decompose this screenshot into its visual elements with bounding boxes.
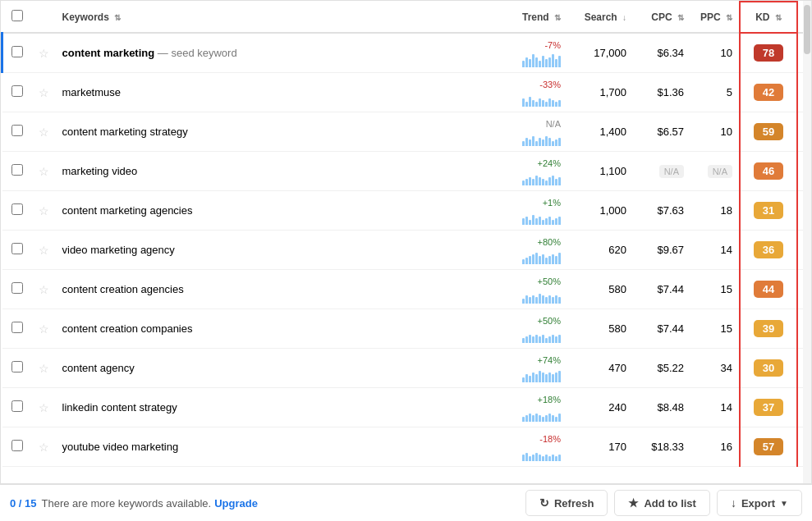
row-checkbox-cell[interactable] (2, 309, 32, 349)
trend-bars (484, 446, 561, 461)
row-star-cell[interactable]: ☆ (32, 427, 56, 467)
star-icon[interactable]: ☆ (39, 244, 49, 257)
select-all-header[interactable] (2, 2, 32, 33)
star-icon[interactable]: ☆ (39, 322, 49, 336)
row-checkbox-cell[interactable] (2, 152, 32, 191)
kd-badge: 46 (754, 162, 783, 180)
row-star-cell[interactable]: ☆ (32, 152, 56, 191)
row-checkbox[interactable] (11, 282, 23, 294)
row-checkbox[interactable] (11, 400, 23, 412)
col-header-search[interactable]: Search ↓ (567, 2, 633, 33)
star-icon[interactable]: ☆ (39, 401, 49, 414)
row-star-cell[interactable]: ☆ (32, 191, 56, 231)
trend-value: +18% (538, 395, 561, 404)
col-header-keywords[interactable]: Keywords ⇅ (56, 2, 478, 33)
search-value: 620 (608, 244, 626, 256)
row-checkbox-cell[interactable] (2, 349, 32, 388)
row-star-cell[interactable]: ☆ (32, 309, 56, 349)
ppc-value: 14 (721, 401, 732, 414)
row-star-cell[interactable]: ☆ (32, 388, 56, 427)
row-star-cell[interactable]: ☆ (32, 73, 56, 112)
trend-value: +50% (538, 316, 561, 326)
refresh-button[interactable]: ↻ Refresh (525, 490, 608, 516)
row-search-cell: 240 (567, 388, 633, 427)
trend-value: N/A (546, 119, 561, 129)
star-icon[interactable]: ☆ (39, 126, 49, 139)
row-search-cell: 1,700 (567, 73, 633, 112)
row-checkbox[interactable] (11, 322, 23, 333)
star-icon[interactable]: ☆ (39, 283, 49, 296)
cpc-value: $7.63 (657, 204, 684, 217)
table-row: ☆ video marketing agency +80% 620 $9.67 … (2, 231, 812, 270)
row-checkbox[interactable] (11, 46, 23, 57)
scrollbar-thumb[interactable] (804, 5, 810, 54)
trend-bars (484, 53, 561, 67)
row-star-cell[interactable]: ☆ (32, 349, 56, 388)
keyword-text: content marketing agencies (62, 204, 193, 217)
add-to-list-button[interactable]: ★ Add to list (614, 490, 710, 516)
row-checkbox[interactable] (11, 440, 23, 451)
row-search-cell: 620 (567, 231, 633, 270)
select-all-checkbox[interactable] (11, 10, 23, 21)
row-star-cell[interactable]: ☆ (32, 270, 56, 309)
row-keyword-cell: content marketing strategy (56, 112, 478, 152)
col-header-ppc[interactable]: PPC ⇅ (690, 2, 740, 33)
row-checkbox-cell[interactable] (2, 270, 32, 309)
trend-value: +24% (538, 158, 561, 168)
row-kd-cell: 44 (740, 270, 797, 309)
keyword-text: marketing video (62, 165, 138, 177)
table-footer: 0 / 15 There are more keywords available… (0, 484, 812, 521)
row-ppc-cell: 16 (690, 427, 740, 467)
trend-value: +50% (538, 276, 561, 286)
row-star-cell[interactable]: ☆ (32, 231, 56, 270)
row-star-cell[interactable]: ☆ (32, 112, 56, 152)
search-value: 170 (608, 441, 626, 453)
keyword-text: youtube video marketing (62, 441, 179, 453)
row-search-cell: 470 (567, 349, 633, 388)
upgrade-link[interactable]: Upgrade (214, 497, 258, 510)
row-checkbox[interactable] (11, 203, 23, 215)
table-header-row: Keywords ⇅ Trend ⇅ Search ↓ CPC ⇅ PPC (2, 2, 812, 33)
col-header-kd[interactable]: KD ⇅ (740, 2, 797, 33)
star-icon[interactable]: ☆ (39, 165, 49, 178)
star-icon[interactable]: ☆ (39, 86, 49, 99)
row-kd-cell: 78 (740, 33, 797, 73)
row-checkbox-cell[interactable] (2, 33, 32, 73)
col-header-trend[interactable]: Trend ⇅ (477, 2, 567, 33)
row-cpc-cell: $7.44 (633, 309, 690, 349)
row-checkbox-cell[interactable] (2, 73, 32, 112)
row-checkbox-cell[interactable] (2, 388, 32, 427)
table-row: ☆ content marketing agencies +1% 1,000 $… (2, 191, 812, 231)
keyword-text: video marketing agency (62, 244, 175, 256)
scrollbar-area[interactable] (803, 1, 811, 483)
export-button[interactable]: ↓ Export ▼ (717, 490, 802, 516)
ppc-value: 15 (721, 283, 732, 295)
row-kd-cell: 57 (740, 427, 797, 467)
ppc-value: 14 (721, 244, 732, 256)
row-star-cell[interactable]: ☆ (32, 33, 56, 73)
row-checkbox[interactable] (11, 125, 23, 136)
row-checkbox[interactable] (11, 85, 23, 97)
star-icon[interactable]: ☆ (39, 47, 49, 60)
star-icon[interactable]: ☆ (39, 441, 49, 454)
row-cpc-cell: $7.63 (633, 191, 690, 231)
row-checkbox[interactable] (11, 361, 23, 372)
add-to-list-label: Add to list (644, 497, 696, 510)
row-checkbox-cell[interactable] (2, 231, 32, 270)
sort-ppc-icon: ⇅ (726, 13, 732, 22)
row-trend-cell: -7% (477, 33, 567, 73)
sort-keywords-icon: ⇅ (114, 13, 121, 22)
star-icon[interactable]: ☆ (39, 362, 49, 375)
search-value: 580 (608, 283, 626, 295)
row-checkbox-cell[interactable] (2, 191, 32, 231)
row-checkbox-cell[interactable] (2, 112, 32, 152)
row-checkbox-cell[interactable] (2, 427, 32, 467)
cpc-value: $7.44 (657, 283, 684, 295)
col-header-cpc[interactable]: CPC ⇅ (633, 2, 690, 33)
row-cpc-cell: $9.67 (633, 231, 690, 270)
row-checkbox[interactable] (11, 164, 23, 176)
star-icon[interactable]: ☆ (39, 204, 49, 217)
row-checkbox[interactable] (11, 243, 23, 254)
row-trend-cell: +18% (477, 388, 567, 427)
star-add-icon: ★ (628, 496, 639, 510)
